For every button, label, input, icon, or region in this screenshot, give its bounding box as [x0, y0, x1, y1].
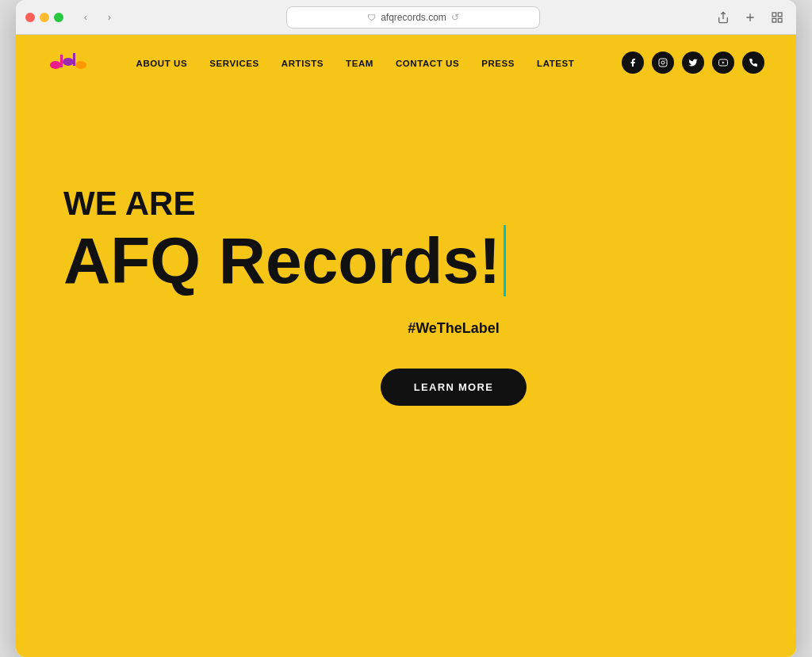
svg-rect-3 [778, 13, 782, 17]
twitter-icon[interactable] [682, 52, 704, 74]
nav-link-about[interactable]: ABOUT US [136, 59, 188, 68]
nav-item-latest[interactable]: LATEST [537, 55, 574, 70]
website-content: ABOUT US SERVICES ARTISTS TEAM CONTACT U… [16, 35, 796, 657]
hero-title: AFQ Records! [63, 225, 749, 296]
nav-item-contact[interactable]: CONTACT US [396, 55, 459, 70]
instagram-icon[interactable] [652, 52, 674, 74]
site-nav: ABOUT US SERVICES ARTISTS TEAM CONTACT U… [16, 35, 796, 90]
nav-link-team[interactable]: TEAM [346, 59, 373, 68]
svg-point-13 [665, 60, 665, 61]
nav-link-press[interactable]: PRESS [481, 59, 515, 68]
nav-link-services[interactable]: SERVICES [209, 59, 259, 68]
hero-subtitle: WE ARE [63, 185, 749, 222]
logo[interactable] [48, 51, 89, 74]
learn-more-button[interactable]: LEARN MORE [381, 369, 527, 406]
logo-svg [48, 51, 89, 74]
minimize-button[interactable] [40, 13, 49, 22]
maximize-button[interactable] [54, 13, 63, 22]
nav-link-latest[interactable]: LATEST [537, 59, 574, 68]
nav-socials [622, 52, 764, 74]
address-bar-wrap: 🛡 afqrecords.com ↺ [125, 6, 701, 29]
nav-item-artists[interactable]: ARTISTS [282, 55, 324, 70]
svg-point-6 [50, 61, 61, 69]
security-icon: 🛡 [367, 13, 376, 22]
new-tab-button[interactable] [741, 8, 760, 27]
facebook-icon[interactable] [622, 52, 644, 74]
nav-item-about[interactable]: ABOUT US [136, 55, 188, 70]
address-bar[interactable]: 🛡 afqrecords.com ↺ [286, 6, 540, 29]
grid-button[interactable] [768, 8, 787, 27]
svg-rect-2 [772, 13, 776, 17]
nav-item-team[interactable]: TEAM [346, 55, 373, 70]
svg-rect-9 [60, 55, 63, 67]
browser-actions [714, 8, 787, 27]
hero-section: WE ARE AFQ Records! #WeTheLabel LEARN MO… [16, 90, 796, 469]
svg-rect-4 [772, 18, 776, 22]
svg-rect-5 [778, 18, 782, 22]
youtube-icon[interactable] [712, 52, 734, 74]
nav-link-artists[interactable]: ARTISTS [282, 59, 324, 68]
hero-hashtag: #WeTheLabel [159, 320, 749, 337]
nav-item-services[interactable]: SERVICES [209, 55, 259, 70]
browser-window: ‹ › 🛡 afqrecords.com ↺ [16, 0, 796, 657]
svg-rect-11 [659, 59, 667, 67]
back-button[interactable]: ‹ [76, 8, 95, 27]
nav-item-press[interactable]: PRESS [481, 55, 515, 70]
reload-icon: ↺ [451, 12, 459, 23]
svg-rect-10 [73, 53, 75, 66]
nav-links: ABOUT US SERVICES ARTISTS TEAM CONTACT U… [136, 55, 575, 70]
svg-marker-14 [722, 61, 725, 63]
close-button[interactable] [25, 13, 35, 22]
traffic-lights [25, 13, 63, 22]
hero-cta-wrap: LEARN MORE [159, 369, 749, 406]
phone-icon[interactable] [742, 52, 764, 74]
browser-titlebar: ‹ › 🛡 afqrecords.com ↺ [16, 0, 796, 35]
svg-point-12 [661, 61, 665, 64]
share-button[interactable] [714, 8, 733, 27]
hero-title-text: AFQ Records! [63, 227, 500, 295]
svg-point-7 [63, 58, 74, 66]
svg-point-8 [75, 61, 86, 69]
browser-nav: ‹ › [76, 8, 119, 27]
url-text: afqrecords.com [381, 12, 446, 23]
forward-button[interactable]: › [100, 8, 119, 27]
cursor-line [504, 225, 506, 296]
nav-link-contact[interactable]: CONTACT US [396, 59, 459, 68]
